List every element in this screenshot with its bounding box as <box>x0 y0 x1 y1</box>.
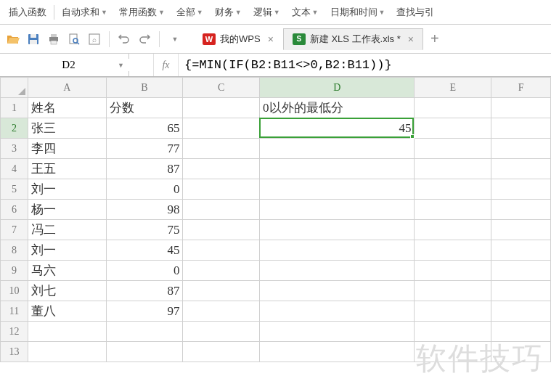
cell-A7[interactable]: 冯二 <box>28 220 106 240</box>
menu-lookup[interactable]: 查找与引 <box>391 0 440 24</box>
row-header-12[interactable]: 12 <box>1 322 28 342</box>
cell-B3[interactable]: 77 <box>106 139 183 159</box>
column-header-B[interactable]: B <box>106 78 183 98</box>
cell-F6[interactable] <box>491 200 551 220</box>
cell-B9[interactable]: 0 <box>106 261 183 281</box>
row-header-5[interactable]: 5 <box>1 179 28 200</box>
cell-A5[interactable]: 刘一 <box>28 179 106 200</box>
redo-icon[interactable] <box>137 32 152 46</box>
cell-A4[interactable]: 王五 <box>28 159 106 179</box>
row-header-7[interactable]: 7 <box>1 220 28 240</box>
formula-input[interactable] <box>179 54 551 76</box>
cell-B13[interactable] <box>106 342 183 362</box>
cell-D2[interactable]: 45 <box>260 118 415 139</box>
cell-A13[interactable] <box>28 342 106 362</box>
cell-F2[interactable] <box>491 118 551 139</box>
cell-D13[interactable] <box>260 342 415 362</box>
menu-datetime[interactable]: 日期和时间▼ <box>325 0 391 24</box>
cell-C2[interactable] <box>183 118 260 139</box>
cell-F3[interactable] <box>491 139 551 159</box>
row-header-6[interactable]: 6 <box>1 200 28 220</box>
cell-A9[interactable]: 马六 <box>28 261 106 281</box>
menu-insert-function[interactable]: 插入函数 <box>3 0 52 24</box>
cell-A11[interactable]: 董八 <box>28 301 106 322</box>
cell-B2[interactable]: 65 <box>106 118 183 139</box>
column-header-D[interactable]: D <box>260 78 415 98</box>
row-header-4[interactable]: 4 <box>1 159 28 179</box>
row-header-3[interactable]: 3 <box>1 139 28 159</box>
cell-D1[interactable]: 0以外的最低分 <box>260 98 415 118</box>
column-header-C[interactable]: C <box>183 78 260 98</box>
cell-F11[interactable] <box>491 301 551 322</box>
cell-B7[interactable]: 75 <box>106 220 183 240</box>
row-header-8[interactable]: 8 <box>1 240 28 261</box>
column-header-E[interactable]: E <box>415 78 491 98</box>
cell-B8[interactable]: 45 <box>106 240 183 261</box>
cell-C5[interactable] <box>183 179 260 200</box>
cell-C11[interactable] <box>183 301 260 322</box>
cell-D7[interactable] <box>260 220 415 240</box>
add-tab-button[interactable]: + <box>423 30 446 47</box>
cell-A6[interactable]: 杨一 <box>28 200 106 220</box>
cell-D12[interactable] <box>260 322 415 342</box>
row-header-9[interactable]: 9 <box>1 261 28 281</box>
cell-F7[interactable] <box>491 220 551 240</box>
cell-D4[interactable] <box>260 159 415 179</box>
column-header-A[interactable]: A <box>28 78 106 98</box>
cell-A12[interactable] <box>28 322 106 342</box>
cell-F12[interactable] <box>491 322 551 342</box>
print-icon[interactable] <box>46 32 61 46</box>
cell-B4[interactable]: 87 <box>106 159 183 179</box>
cell-E2[interactable] <box>415 118 491 139</box>
cell-C8[interactable] <box>183 240 260 261</box>
column-header-F[interactable]: F <box>491 78 551 98</box>
row-header-10[interactable]: 10 <box>1 281 28 301</box>
menu-text[interactable]: 文本▼ <box>286 0 325 24</box>
cell-F4[interactable] <box>491 159 551 179</box>
cell-B10[interactable]: 87 <box>106 281 183 301</box>
row-header-11[interactable]: 11 <box>1 301 28 322</box>
cell-E9[interactable] <box>415 261 491 281</box>
cell-F8[interactable] <box>491 240 551 261</box>
cell-B12[interactable] <box>106 322 183 342</box>
cell-D11[interactable] <box>260 301 415 322</box>
cell-C1[interactable] <box>183 98 260 118</box>
cell-C4[interactable] <box>183 159 260 179</box>
cell-E4[interactable] <box>415 159 491 179</box>
cell-D6[interactable] <box>260 200 415 220</box>
cell-F1[interactable] <box>491 98 551 118</box>
cell-D5[interactable] <box>260 179 415 200</box>
tab-worksheet[interactable]: S 新建 XLS 工作表.xls * × <box>283 28 423 50</box>
cell-A2[interactable]: 张三 <box>28 118 106 139</box>
close-icon[interactable]: × <box>268 33 274 45</box>
cell-B6[interactable]: 98 <box>106 200 183 220</box>
cell-E7[interactable] <box>415 220 491 240</box>
cell-C6[interactable] <box>183 200 260 220</box>
cell-C9[interactable] <box>183 261 260 281</box>
cell-D9[interactable] <box>260 261 415 281</box>
menu-autosum[interactable]: 自动求和▼ <box>56 0 113 24</box>
cell-F9[interactable] <box>491 261 551 281</box>
chevron-down-icon[interactable]: ▼ <box>118 62 124 69</box>
cell-D10[interactable] <box>260 281 415 301</box>
menu-logical[interactable]: 逻辑▼ <box>248 0 286 24</box>
row-header-13[interactable]: 13 <box>1 342 28 362</box>
cell-D8[interactable] <box>260 240 415 261</box>
cell-E3[interactable] <box>415 139 491 159</box>
cell-E1[interactable] <box>415 98 491 118</box>
cell-E12[interactable] <box>415 322 491 342</box>
cell-E10[interactable] <box>415 281 491 301</box>
menu-all[interactable]: 全部▼ <box>171 0 209 24</box>
cell-E11[interactable] <box>415 301 491 322</box>
cell-C10[interactable] <box>183 281 260 301</box>
cell-A3[interactable]: 李四 <box>28 139 106 159</box>
menu-common-functions[interactable]: 常用函数▼ <box>113 0 171 24</box>
cell-B11[interactable]: 97 <box>106 301 183 322</box>
cell-A8[interactable]: 刘一 <box>28 240 106 261</box>
row-header-2[interactable]: 2 <box>1 118 28 139</box>
row-header-1[interactable]: 1 <box>1 98 28 118</box>
close-icon[interactable]: × <box>408 33 414 45</box>
cell-F13[interactable] <box>491 342 551 362</box>
cell-C3[interactable] <box>183 139 260 159</box>
print-preview-icon[interactable] <box>67 32 81 46</box>
